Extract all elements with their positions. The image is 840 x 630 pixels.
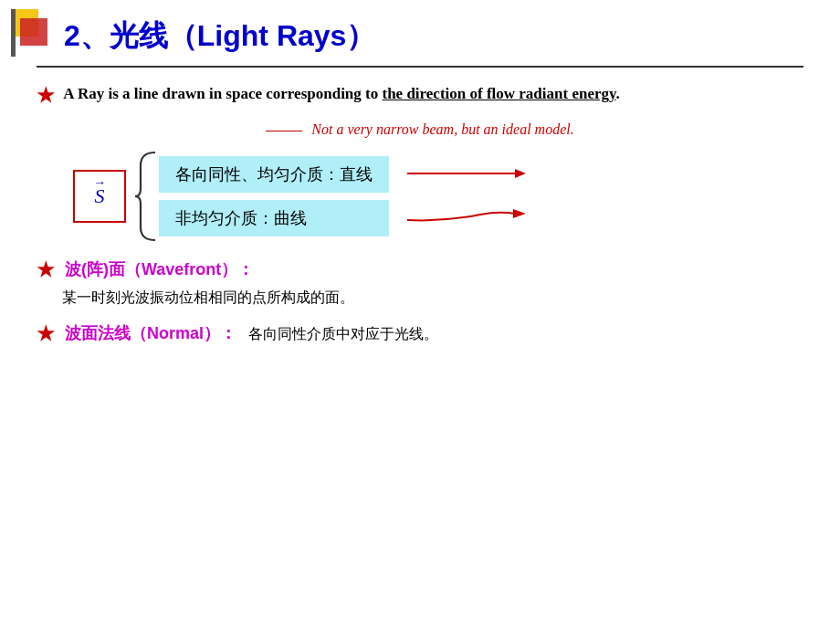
diagram-box-2: 非均匀介质：曲线 [159, 200, 389, 236]
svg-rect-2 [11, 9, 16, 57]
straight-arrow-icon [407, 165, 526, 182]
page-title: 2、光线（Light Rays） [64, 16, 375, 57]
ray-definition-block: ★ A Ray is a line drawn in space corresp… [37, 80, 803, 110]
ray-def-text1: A Ray is a line drawn in space correspon… [63, 85, 382, 102]
star-bullet-1: ★ [37, 84, 55, 107]
normal-block: ★ 波面法线（Normal）： 各向同性介质中对应于光线。 [37, 322, 803, 346]
svg-marker-5 [513, 209, 526, 218]
star-bullet-3: ★ [37, 322, 55, 345]
wavefront-title: ★ 波(阵)面（Wavefront）： [37, 258, 803, 282]
wavefront-title-text: 波(阵)面（Wavefront）： [65, 260, 254, 278]
normal-title-text: 波面法线（Normal）： [65, 324, 236, 342]
wavefront-block: ★ 波(阵)面（Wavefront）： 某一时刻光波振动位相相同的点所构成的面。 [37, 258, 803, 310]
normal-title: ★ 波面法线（Normal）： 各向同性介质中对应于光线。 [37, 322, 803, 346]
diagram-arrows [407, 165, 526, 227]
diagram-box-1: 各向同性、均匀介质：直线 [159, 156, 389, 193]
ray-definition-text: ★ A Ray is a line drawn in space corresp… [37, 80, 803, 110]
diagram-boxes: 各向同性、均匀介质：直线 非均匀介质：曲线 [159, 156, 389, 236]
title-divider [37, 66, 803, 68]
s-vector-box: → S [73, 170, 126, 223]
brace-icon [133, 151, 159, 242]
curved-arrow-icon [407, 202, 526, 227]
ray-def-underline: the direction of flow radiant energy [382, 85, 615, 102]
s-vector-label: → S [95, 184, 105, 208]
title-decoration-icon [11, 9, 58, 57]
vector-arrow-above: → [93, 175, 106, 190]
title-section: 2、光线（Light Rays） [37, 16, 803, 57]
wavefront-desc: 某一时刻光波振动位相相同的点所构成的面。 [62, 286, 803, 310]
diagram-area: → S 各向同性、均匀介质：直线 非均匀介质：曲线 [73, 151, 803, 242]
normal-desc: 各向同性介质中对应于光线。 [248, 326, 438, 341]
star-bullet-2: ★ [37, 258, 55, 281]
svg-rect-1 [20, 18, 47, 46]
svg-marker-4 [515, 169, 526, 178]
italic-note: Not a very narrow beam, but an ideal mod… [37, 121, 803, 138]
ray-def-text2: . [616, 85, 620, 102]
dash-decoration [266, 131, 302, 131]
italic-note-text: Not a very narrow beam, but an ideal mod… [311, 121, 573, 137]
